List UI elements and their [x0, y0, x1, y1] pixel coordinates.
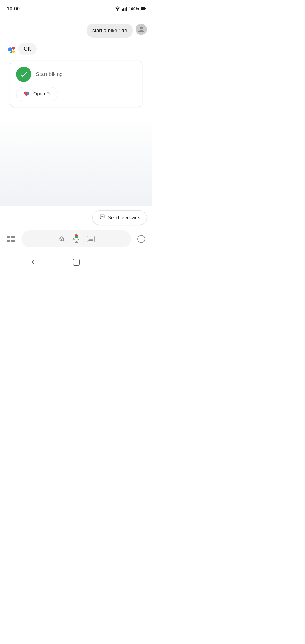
status-time: 10:00 — [7, 6, 20, 12]
conversation: start a bike ride OK Start bi — [0, 15, 152, 116]
input-pill — [21, 230, 131, 247]
card-action-text: Start biking — [36, 71, 63, 77]
keyboard-icon[interactable] — [86, 234, 95, 244]
assistant-row: OK — [6, 43, 147, 56]
spacer — [0, 116, 152, 206]
home-button[interactable] — [70, 256, 82, 268]
explore-icon[interactable] — [136, 233, 147, 245]
svg-rect-23 — [75, 234, 78, 236]
bottom-input-bar — [0, 228, 152, 252]
recents-button[interactable] — [113, 256, 126, 268]
svg-point-9 — [12, 47, 15, 50]
signal-icon — [122, 7, 127, 11]
user-avatar — [136, 24, 147, 35]
svg-rect-4 — [126, 7, 127, 11]
battery-icon — [141, 7, 146, 11]
svg-point-20 — [61, 238, 62, 239]
open-fit-button[interactable]: Open Fit — [16, 87, 58, 101]
battery-text: 100% — [129, 6, 139, 11]
svg-point-40 — [138, 235, 145, 243]
assistant-bubble: OK — [18, 43, 37, 55]
svg-point-11 — [10, 51, 12, 53]
user-bubble: start a bike ride — [87, 24, 133, 38]
open-fit-label: Open Fit — [33, 91, 52, 97]
feedback-label: Send feedback — [108, 215, 140, 221]
microphone-button[interactable] — [71, 233, 82, 245]
back-button[interactable] — [27, 256, 39, 268]
person-icon — [138, 26, 145, 33]
google-fit-icon — [23, 90, 30, 98]
check-circle — [16, 67, 31, 82]
svg-rect-6 — [145, 8, 146, 10]
svg-rect-3 — [125, 8, 126, 11]
lens-icon[interactable] — [57, 234, 67, 244]
svg-rect-45 — [73, 259, 79, 265]
checkmark-icon — [19, 70, 28, 79]
biking-card: Start biking Open Fit — [10, 61, 142, 107]
card-action-row: Start biking — [16, 67, 136, 82]
svg-point-10 — [12, 51, 15, 53]
svg-rect-18 — [11, 240, 15, 242]
svg-rect-14 — [103, 216, 103, 217]
svg-rect-13 — [102, 216, 103, 217]
sidebar-icon[interactable] — [6, 233, 17, 245]
svg-rect-25 — [75, 238, 78, 238]
svg-rect-7 — [141, 8, 145, 10]
send-feedback-button[interactable]: Send feedback — [92, 210, 147, 225]
wifi-icon — [115, 6, 120, 11]
status-bar: 10:00 100% — [0, 0, 152, 15]
feedback-row: Send feedback — [0, 206, 152, 228]
svg-point-0 — [117, 10, 118, 11]
svg-point-8 — [8, 47, 12, 51]
svg-rect-16 — [11, 236, 15, 238]
svg-line-21 — [63, 240, 64, 241]
svg-rect-2 — [123, 8, 125, 11]
feedback-icon — [99, 214, 105, 221]
svg-rect-15 — [7, 236, 10, 238]
user-message-row: start a bike ride — [6, 24, 147, 38]
status-icons: 100% — [115, 6, 146, 11]
svg-rect-12 — [101, 216, 101, 217]
svg-rect-17 — [7, 240, 10, 242]
svg-rect-1 — [122, 9, 123, 11]
nav-bar — [0, 252, 152, 274]
google-assistant-logo — [6, 44, 18, 56]
